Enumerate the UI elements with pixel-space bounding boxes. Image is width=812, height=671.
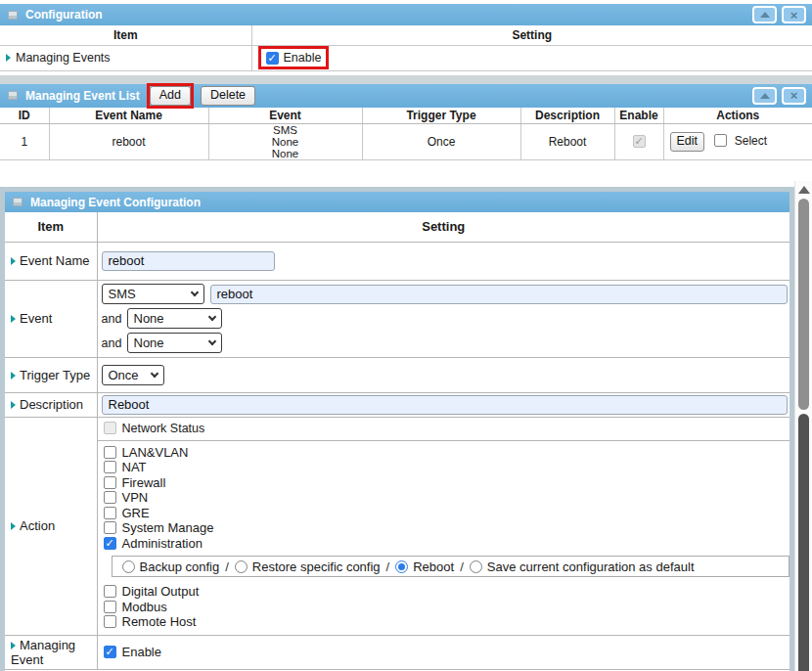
configuration-panel-header: Configuration × — [0, 4, 812, 25]
managing-events-enable-checkbox[interactable] — [266, 52, 279, 65]
scrollbar[interactable] — [794, 181, 812, 671]
panel-icon — [8, 11, 18, 20]
chevron-down-icon — [207, 337, 215, 345]
panel-icon — [8, 91, 18, 100]
item-arrow-icon — [11, 522, 16, 530]
table-row: Managing Events Enable — [0, 45, 812, 70]
row-event: Event SMS reboot and None and None — [5, 280, 789, 357]
column-header-item: Item — [5, 212, 97, 242]
item-arrow-icon — [6, 54, 11, 62]
row-enable-checkbox — [633, 135, 646, 148]
event-config-panel: Managing Event Configuration Item Settin… — [0, 187, 794, 671]
action-label: Action — [5, 516, 97, 535]
table-row: 1 reboot SMS None None Once Reboot Edit … — [0, 124, 812, 160]
select-label: Select — [735, 134, 767, 148]
item-arrow-icon — [11, 315, 16, 323]
action-gre-checkbox[interactable] — [104, 507, 116, 519]
close-icon: × — [790, 89, 798, 102]
action-digital-output-checkbox[interactable] — [104, 585, 116, 598]
action-lan-vlan-checkbox[interactable] — [104, 446, 116, 459]
column-header-trigger-type: Trigger Type — [362, 108, 520, 124]
edit-button[interactable]: Edit — [670, 132, 705, 152]
event-message-input[interactable]: reboot — [210, 285, 789, 304]
managing-event-label: Managing Event — [5, 636, 97, 669]
collapse-button[interactable] — [752, 87, 777, 105]
managing-event-enable-checkbox[interactable] — [104, 646, 116, 658]
enable-label: Enable — [284, 51, 322, 65]
close-button[interactable]: × — [782, 6, 806, 23]
cell-event-name: reboot — [49, 124, 208, 160]
panel-title: Managing Event List — [25, 89, 140, 103]
network-status-label: Network Status — [122, 422, 205, 435]
action-administration-checkbox[interactable] — [104, 537, 116, 550]
chevron-down-icon — [150, 369, 158, 377]
action-firewall-checkbox[interactable] — [104, 476, 116, 489]
scroll-thumb[interactable] — [798, 199, 809, 410]
add-button[interactable]: Add — [150, 86, 191, 106]
event-condition2-select[interactable]: None — [127, 308, 222, 329]
panel-icon — [13, 198, 23, 206]
column-header-actions: Actions — [663, 108, 812, 124]
item-arrow-icon — [11, 372, 16, 380]
close-icon: × — [790, 9, 798, 22]
trigger-type-select[interactable]: Once — [102, 365, 164, 385]
configuration-panel: Configuration × Item Setting Managing Ev… — [0, 4, 812, 71]
action-nat-checkbox[interactable] — [104, 461, 116, 473]
action-modbus-checkbox[interactable] — [104, 601, 116, 613]
event-config-table: Item Setting Event Name reboot Event — [5, 212, 789, 670]
description-label: Description — [5, 395, 97, 414]
and-label: and — [102, 312, 123, 326]
annotation-highlight-add: Add — [147, 83, 194, 109]
event-list-panel: Managing Event List Add Delete × ID Even… — [0, 84, 812, 161]
trigger-type-label: Trigger Type — [5, 366, 97, 384]
row-action: Action Network Status LAN&VLAN NAT Firew… — [5, 417, 789, 635]
event-type-select[interactable]: SMS — [102, 284, 204, 304]
description-input[interactable]: Reboot — [102, 395, 789, 415]
event-label: Event — [5, 309, 97, 328]
column-header-setting: Setting — [97, 212, 789, 242]
action-remote-host-checkbox[interactable] — [104, 615, 116, 628]
scroll-thumb-outer[interactable] — [798, 414, 809, 671]
collapse-arrow-icon — [760, 12, 770, 18]
select-checkbox[interactable] — [714, 134, 727, 147]
restore-specific-config-radio[interactable] — [235, 560, 248, 573]
column-header-event: Event — [208, 108, 362, 124]
cell-trigger-type: Once — [362, 124, 520, 160]
item-arrow-icon — [11, 257, 16, 265]
close-button[interactable]: × — [782, 87, 806, 105]
collapse-arrow-icon — [760, 93, 770, 99]
and-label: and — [102, 336, 123, 350]
backup-config-radio[interactable] — [122, 560, 135, 573]
cell-id: 1 — [0, 124, 49, 160]
action-system-manage-checkbox[interactable] — [104, 521, 116, 534]
row-managing-event: Managing Event Enable — [5, 635, 789, 669]
delete-button[interactable]: Delete — [201, 86, 255, 106]
panel-gap — [0, 160, 812, 187]
cell-event: SMS None None — [208, 124, 362, 160]
event-config-panel-header: Managing Event Configuration — [5, 192, 789, 212]
chevron-down-icon — [190, 289, 198, 296]
collapse-button[interactable] — [752, 6, 777, 23]
item-arrow-icon — [11, 642, 16, 649]
annotation-highlight-enable: Enable — [258, 46, 330, 69]
event-list-panel-header: Managing Event List Add Delete × — [0, 84, 812, 108]
save-current-config-radio[interactable] — [470, 560, 482, 573]
cell-enable — [614, 124, 663, 160]
item-arrow-icon — [11, 401, 16, 409]
scroll-up-button[interactable] — [795, 181, 812, 198]
network-status-checkbox — [104, 422, 116, 434]
scroll-up-arrow-icon — [798, 186, 810, 194]
action-vpn-checkbox[interactable] — [104, 491, 116, 504]
event-list-table: ID Event Name Event Trigger Type Descrip… — [0, 108, 812, 161]
column-header-setting: Setting — [251, 25, 812, 45]
panel-separator — [0, 75, 812, 84]
administration-options: Backup config / Restore specific config … — [112, 556, 790, 577]
event-condition3-select[interactable]: None — [127, 333, 222, 353]
cell-actions: Edit Select — [663, 124, 812, 160]
column-header-item: Item — [0, 25, 251, 45]
reboot-radio[interactable] — [395, 560, 408, 573]
column-header-event-name: Event Name — [49, 108, 208, 124]
cell-description: Reboot — [520, 124, 614, 160]
event-name-label: Event Name — [5, 251, 97, 270]
event-name-input[interactable]: reboot — [102, 251, 275, 271]
